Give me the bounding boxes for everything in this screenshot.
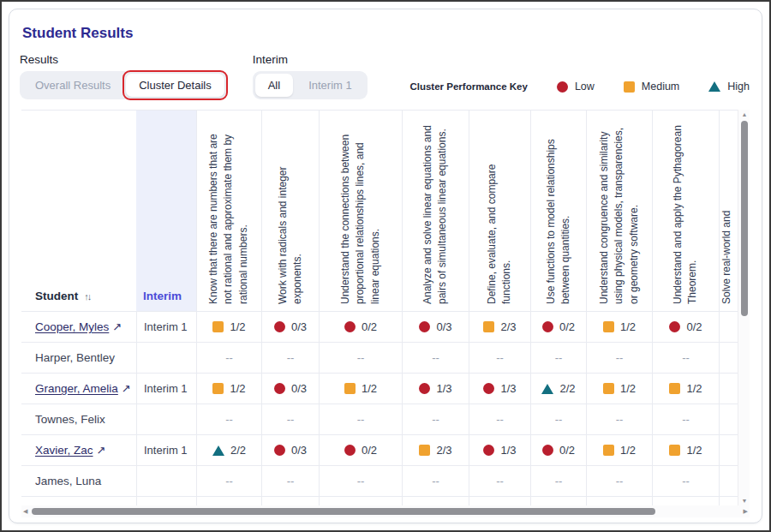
standard-label: Understand congruence and similarity usi… [597,123,642,304]
table-body: Cooper, Myles↗Interim 11/20/30/20/32/30/… [21,312,738,505]
standard-label: Analyze and solve linear equations and p… [421,123,451,304]
score-cell: -- [530,404,586,434]
score-cell: 1/3 [402,374,469,403]
partial-column-cell [719,466,738,496]
score-cell: 2/2 [530,374,586,403]
empty-score: -- [357,351,365,364]
score-cell: 2/3 [402,435,469,465]
interim-cell: Interim 1 [136,374,196,403]
score-cell: -- [652,404,719,434]
score-cell: -- [196,343,261,373]
score-cell: -- [586,404,652,434]
low-marker-icon [419,383,430,394]
empty-score: -- [555,351,563,364]
score-cell: -- [261,466,319,496]
score-cell: -- [319,343,402,373]
score-cell: -- [196,404,261,434]
student-name-cell: Xavier, Zac↗ [21,435,136,465]
results-option-overall-results[interactable]: Overall Results [22,74,123,97]
medium-marker-icon [212,321,224,332]
score-cell: 0/2 [530,435,586,465]
medium-marker-icon [669,445,680,456]
score-cell: 0/2 [652,312,719,342]
student-name-cell: James, Luna [21,466,136,496]
interim-filter-group: Interim AllInterim 1 [253,53,368,99]
sort-icon: ↑↓ [84,291,90,302]
student-name-cell: Townes, Felix [21,404,136,434]
student-link[interactable]: Cooper, Myles [35,320,109,333]
partial-column-cell [719,404,738,434]
empty-score: -- [682,413,690,426]
partial-cell [469,497,530,505]
standard-column-header-6: Use functions to model relationships bet… [530,111,586,311]
student-name: Townes, Felix [35,413,105,426]
scroll-down-icon[interactable]: ▼ [738,498,750,504]
score-cell: -- [319,466,402,496]
horizontal-scrollbar-thumb[interactable] [32,508,655,515]
interim-cell: Interim 1 [136,312,196,342]
empty-score: -- [287,413,295,426]
legend-title: Cluster Performance Key [409,81,527,92]
empty-score: -- [287,351,295,364]
results-option-cluster-details[interactable]: Cluster Details [126,74,224,97]
student-name-cell: Harper, Bentley [21,343,136,373]
score-value: 0/3 [291,382,307,395]
student-header-label: Student [35,290,78,302]
score-value: 1/2 [620,320,636,333]
score-cell: -- [261,404,319,434]
standard-label: Understand the connections between propo… [338,123,383,304]
partial-cell [652,497,719,505]
empty-score: -- [432,475,439,487]
score-cell: -- [530,343,586,373]
standard-label: Define, evaluate, and compare functions. [485,123,515,304]
scroll-left-icon[interactable]: ◀ [23,508,27,515]
student-link[interactable]: Granger, Amelia [35,382,118,395]
student-column-header[interactable]: Student↑↓ [21,111,136,311]
empty-score: -- [496,475,504,487]
table-row: Harper, Bentley---------------- [21,343,738,374]
results-table: Student↑↓InterimKnow that there are numb… [21,110,750,517]
student-results-card: Student Results Results Overall ResultsC… [9,9,762,523]
legend-items: LowMediumHigh [557,81,750,93]
score-cell: 0/2 [319,312,402,342]
score-value: 0/2 [686,320,702,333]
empty-score: -- [616,351,624,364]
low-marker-icon [557,81,568,93]
external-link-icon: ↗ [97,444,106,457]
score-value: 1/2 [362,382,377,395]
standard-column-header-7: Understand congruence and similarity usi… [586,111,652,311]
medium-marker-icon [603,445,614,456]
vertical-scrollbar[interactable]: ▲ ▼ [738,110,750,505]
standard-column-header-2: Work with radicals and integer exponents… [261,111,319,311]
empty-score: -- [432,413,439,426]
score-value: 1/3 [500,382,516,395]
standard-label: Use functions to model relationships bet… [544,123,574,304]
empty-score: -- [287,475,295,487]
score-cell: 0/3 [402,312,469,342]
horizontal-scrollbar[interactable]: ◀ ▶ [21,505,750,517]
partial-cell [586,497,652,505]
score-cell: -- [530,466,586,496]
partial-cell [136,497,196,505]
scroll-right-icon[interactable]: ▶ [744,508,748,515]
medium-marker-icon [669,383,680,394]
score-cell: 2/3 [469,312,530,342]
score-cell: -- [196,466,261,496]
score-cell: -- [586,466,652,496]
scroll-up-icon[interactable]: ▲ [738,111,750,117]
score-cell: 2/2 [196,435,261,465]
score-value: 0/3 [291,444,307,457]
results-toggle: Overall ResultsCluster Details [20,71,227,99]
score-cell: 1/3 [469,374,530,403]
student-link[interactable]: Xavier, Zac [35,444,93,457]
empty-score: -- [225,351,233,364]
medium-marker-icon [344,383,356,394]
vertical-scrollbar-thumb[interactable] [741,121,748,316]
medium-marker-icon [603,383,614,394]
interim-column-header: Interim [136,111,196,311]
interim-option-interim-1[interactable]: Interim 1 [296,74,365,97]
standard-column-header-1: Know that there are numbers that are not… [196,111,261,311]
interim-option-all[interactable]: All [255,74,293,97]
partial-cell [261,497,319,505]
standard-column-header-8: Understand and apply the Pythagorean The… [652,111,719,311]
